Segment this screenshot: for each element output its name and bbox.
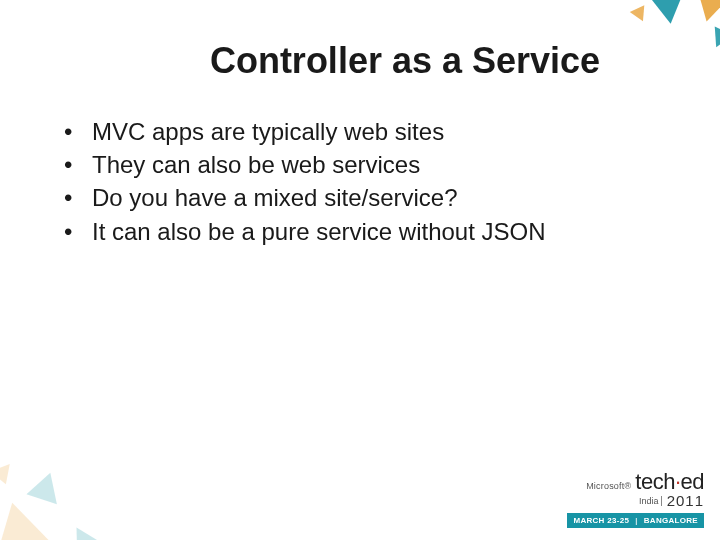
brand-part-1: tech: [635, 469, 675, 494]
footer: Microsoft® tech·ed India 2011 MARCH 23-2…: [567, 469, 704, 528]
list-item: It can also be a pure service without JS…: [64, 216, 670, 247]
decor-triangle: [691, 0, 720, 25]
list-item: Do you have a mixed site/service?: [64, 182, 670, 213]
decor-triangle: [0, 458, 17, 485]
brand-part-2: ed: [681, 469, 704, 494]
decor-triangle: [707, 27, 720, 52]
decor-triangle: [66, 521, 98, 540]
location-label: BANGALORE: [644, 516, 698, 525]
year-label: 2011: [665, 492, 704, 509]
dates-label: MARCH 23-25: [573, 516, 629, 525]
list-item: They can also be web services: [64, 149, 670, 180]
bullet-list: MVC apps are typically web sites They ca…: [50, 116, 670, 247]
date-bar: MARCH 23-25 | BANGALORE: [567, 513, 704, 528]
company-label: Microsoft®: [586, 481, 631, 491]
list-item: MVC apps are typically web sites: [64, 116, 670, 147]
decor-triangle: [644, 0, 693, 27]
separator-icon: |: [635, 516, 638, 525]
slide: Controller as a Service MVC apps are typ…: [0, 0, 720, 540]
decor-triangle: [0, 496, 51, 540]
slide-title: Controller as a Service: [140, 40, 670, 82]
region-label: India: [639, 496, 662, 506]
